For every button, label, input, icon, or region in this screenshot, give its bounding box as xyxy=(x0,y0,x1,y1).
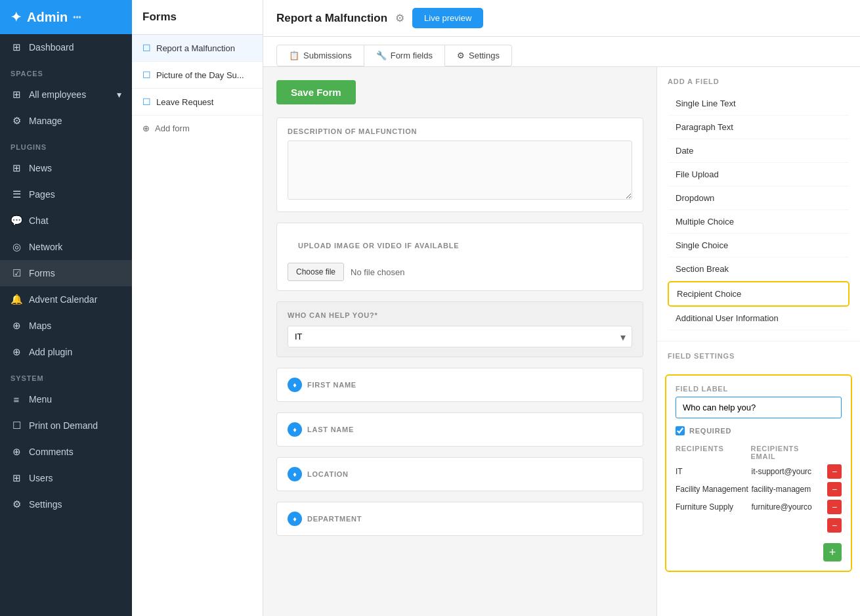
spaces-label: SPACES xyxy=(0,60,132,81)
form-list-item-leave[interactable]: ☐ Leave Request xyxy=(132,89,263,116)
sidebar-item-advent[interactable]: 🔔 Advent Calendar xyxy=(0,286,132,313)
sidebar: ✦ Admin ••• ⊞ Dashboard SPACES ⊞ All emp… xyxy=(0,0,132,616)
sidebar-item-label: News xyxy=(29,163,52,173)
sidebar-item-chat[interactable]: 💬 Chat xyxy=(0,208,132,234)
description-textarea[interactable] xyxy=(288,141,632,200)
save-form-button[interactable]: Save Form xyxy=(276,80,356,104)
remove-recipient-furniture[interactable]: − xyxy=(827,500,842,514)
plugins-label: PLUGINS xyxy=(0,134,132,155)
print-icon: ☐ xyxy=(11,420,22,431)
sidebar-item-label: Pages xyxy=(29,189,55,200)
field-type-dropdown[interactable]: Dropdown xyxy=(668,187,849,210)
live-preview-button[interactable]: Live preview xyxy=(412,8,483,28)
field-type-date[interactable]: Date xyxy=(668,139,849,163)
sidebar-item-label: Maps xyxy=(29,320,51,331)
no-file-text: No file chosen xyxy=(351,267,404,277)
menu-icon: ≡ xyxy=(11,393,22,405)
recipient-field-block: WHO CAN HELP YOU?* IT ▾ xyxy=(276,301,643,357)
upload-field-block: UPLOAD IMAGE OR VIDEO IF AVAILABLE Choos… xyxy=(276,223,643,291)
field-settings-header: FIELD SETTINGS xyxy=(657,349,860,366)
sidebar-header[interactable]: ✦ Admin ••• xyxy=(0,0,132,34)
tab-settings[interactable]: ⚙ Settings xyxy=(445,45,512,66)
form-list-item-picture[interactable]: ☐ Picture of the Day Su... xyxy=(132,62,263,89)
add-form-button[interactable]: ⊕ Add form xyxy=(132,116,263,141)
sidebar-item-manage[interactable]: ⚙ Manage xyxy=(0,108,132,134)
sidebar-item-print[interactable]: ☐ Print on Demand xyxy=(0,412,132,439)
sidebar-item-label: Users xyxy=(29,473,53,483)
sidebar-item-network[interactable]: ◎ Network xyxy=(0,234,132,260)
remove-last-btn[interactable]: − xyxy=(827,518,842,533)
form-icon: ☐ xyxy=(142,43,151,53)
maps-icon: ⊕ xyxy=(11,320,22,332)
tab-form-fields[interactable]: 🔧 Form fields xyxy=(364,45,445,66)
add-field-title: ADD A FIELD xyxy=(668,77,849,85)
sidebar-item-label: Network xyxy=(29,242,62,252)
settings-gear-icon[interactable]: ⚙ xyxy=(395,12,404,24)
field-label-input[interactable] xyxy=(676,397,842,418)
department-label: DEPARTMENT xyxy=(307,515,362,523)
sidebar-item-add-plugin[interactable]: ⊕ Add plugin xyxy=(0,339,132,365)
tab-submissions[interactable]: 📋 Submissions xyxy=(276,45,364,66)
add-form-label: Add form xyxy=(155,123,190,133)
field-type-file-upload[interactable]: File Upload xyxy=(668,163,849,187)
recipient-row-it: IT it-support@yourc − xyxy=(676,464,842,479)
sidebar-item-label: Settings xyxy=(29,499,62,510)
form-canvas: Save Form DESCRIPTION OF MALFUNCTION UPL… xyxy=(263,67,656,616)
field-type-additional-user[interactable]: Additional User Information xyxy=(668,307,849,330)
recipient-name-furniture: Furniture Supply xyxy=(676,502,749,512)
sidebar-item-settings[interactable]: ⚙ Settings xyxy=(0,491,132,517)
recipient-row-facility: Facility Management facility-managem − xyxy=(676,482,842,496)
chevron-down-icon: ▾ xyxy=(117,89,121,100)
settings-icon: ⚙ xyxy=(11,498,22,510)
sidebar-item-label: Dashboard xyxy=(29,42,74,53)
sidebar-item-comments[interactable]: ⊕ Comments xyxy=(0,439,132,465)
field-type-multiple-choice[interactable]: Multiple Choice xyxy=(668,210,849,234)
sidebar-item-menu[interactable]: ≡ Menu xyxy=(0,386,132,412)
recipients-email-col-header: RECIPIENTS EMAIL xyxy=(751,445,824,460)
required-checkbox[interactable] xyxy=(676,426,685,435)
add-plugin-icon: ⊕ xyxy=(11,346,22,358)
required-label: REQUIRED xyxy=(689,427,731,435)
department-field-block: ♦ DEPARTMENT xyxy=(276,502,643,536)
remove-recipient-it[interactable]: − xyxy=(827,464,842,479)
page-title: Report a Malfunction xyxy=(276,12,387,25)
field-type-paragraph[interactable]: Paragraph Text xyxy=(668,116,849,139)
sidebar-item-label: All employees xyxy=(29,89,86,100)
location-icon: ♦ xyxy=(288,467,302,481)
remove-recipient-facility[interactable]: − xyxy=(827,482,842,496)
recipient-select[interactable]: IT xyxy=(288,326,632,347)
sidebar-item-news[interactable]: ⊞ News xyxy=(0,155,132,181)
dashboard-icon: ⊞ xyxy=(11,41,22,53)
field-type-single-line[interactable]: Single Line Text xyxy=(668,92,849,116)
recipient-email-facility: facility-managem xyxy=(752,485,825,494)
recipient-email-furniture: furniture@yourco xyxy=(752,502,825,512)
tab-settings-icon: ⚙ xyxy=(457,51,465,60)
firstname-icon: ♦ xyxy=(288,378,302,392)
sidebar-item-forms[interactable]: ☑ Forms xyxy=(0,260,132,286)
recipient-name-it: IT xyxy=(676,467,749,476)
sidebar-item-employees[interactable]: ⊞ All employees ▾ xyxy=(0,81,132,108)
main-header: Report a Malfunction ⚙ Live preview xyxy=(263,0,860,37)
lastname-label: LAST NAME xyxy=(307,426,354,433)
field-type-recipient-choice[interactable]: Recipient Choice xyxy=(668,281,849,307)
choose-file-button[interactable]: Choose file xyxy=(288,263,344,281)
comments-icon: ⊕ xyxy=(11,446,22,458)
main-content: Report a Malfunction ⚙ Live preview 📋 Su… xyxy=(263,0,860,616)
description-label: DESCRIPTION OF MALFUNCTION xyxy=(277,118,643,141)
news-icon: ⊞ xyxy=(11,162,22,174)
field-type-section-break[interactable]: Section Break xyxy=(668,257,849,281)
location-row: ♦ LOCATION xyxy=(277,458,643,491)
admin-label: Admin xyxy=(27,10,68,25)
sidebar-item-users[interactable]: ⊞ Users xyxy=(0,465,132,491)
forms-icon: ☑ xyxy=(11,267,22,279)
recipients-col-header: RECIPIENTS xyxy=(676,445,748,460)
location-label: LOCATION xyxy=(307,470,349,478)
sidebar-item-pages[interactable]: ☰ Pages xyxy=(0,181,132,208)
field-type-single-choice[interactable]: Single Choice xyxy=(668,234,849,257)
sidebar-item-maps[interactable]: ⊕ Maps xyxy=(0,313,132,339)
sidebar-item-label: Manage xyxy=(29,116,62,126)
add-recipient-button[interactable]: + xyxy=(823,543,842,561)
admin-icon: ✦ xyxy=(11,9,22,25)
sidebar-item-dashboard[interactable]: ⊞ Dashboard xyxy=(0,34,132,60)
form-list-item-malfunction[interactable]: ☐ Report a Malfunction xyxy=(132,35,263,62)
